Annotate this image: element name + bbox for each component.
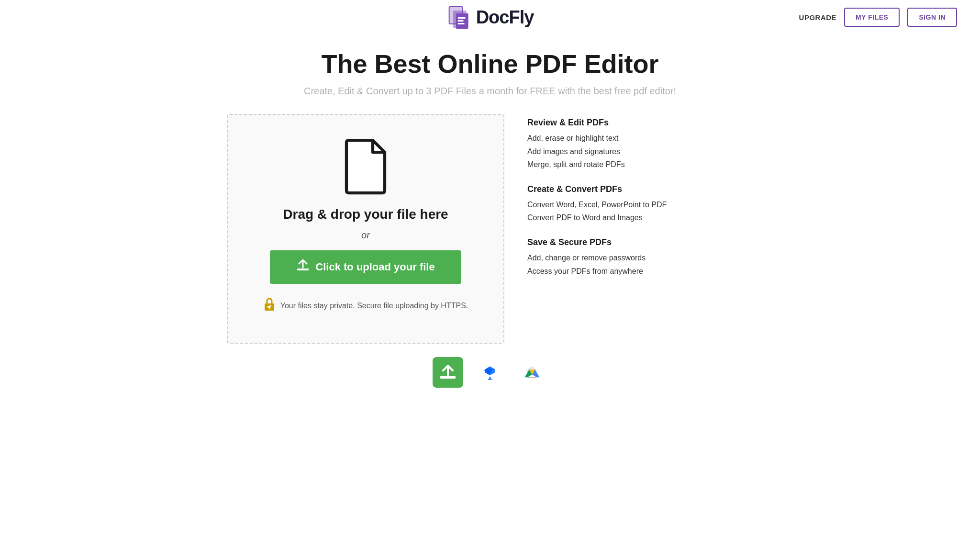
features-panel: Review & Edit PDFs Add, erase or highlig… bbox=[527, 114, 753, 291]
lock-icon bbox=[263, 297, 276, 314]
upload-box[interactable]: Drag & drop your file here or Click to u… bbox=[227, 114, 504, 344]
main-content: The Best Online PDF Editor Create, Edit … bbox=[0, 34, 980, 407]
logo: DocFly bbox=[446, 5, 534, 30]
svg-rect-6 bbox=[458, 23, 465, 24]
feature-title-secure: Save & Secure PDFs bbox=[527, 237, 753, 247]
logo-text: DocFly bbox=[476, 7, 534, 28]
google-drive-icon bbox=[523, 364, 541, 381]
feature-item-2-1: Access your PDFs from anywhere bbox=[527, 265, 753, 278]
header-nav: UPGRADE MY FILES SIGN IN bbox=[799, 8, 957, 27]
bottom-icons bbox=[23, 357, 957, 388]
page-subtitle: Create, Edit & Convert up to 3 PDF Files… bbox=[23, 86, 957, 97]
upgrade-link[interactable]: UPGRADE bbox=[799, 13, 837, 22]
page-title: The Best Online PDF Editor bbox=[23, 50, 957, 78]
dropbox-icon bbox=[481, 364, 499, 381]
feature-title-review: Review & Edit PDFs bbox=[527, 118, 753, 128]
feature-section-convert: Create & Convert PDFs Convert Word, Exce… bbox=[527, 184, 753, 224]
drag-drop-text: Drag & drop your file here bbox=[283, 207, 448, 222]
or-text: or bbox=[361, 230, 370, 241]
feature-item-0-2: Merge, split and rotate PDFs bbox=[527, 158, 753, 171]
upload-computer-button[interactable] bbox=[433, 357, 463, 388]
secure-text-row: Your files stay private. Secure file upl… bbox=[263, 297, 468, 314]
svg-rect-5 bbox=[458, 20, 464, 22]
feature-item-1-0: Convert Word, Excel, PowerPoint to PDF bbox=[527, 198, 753, 211]
google-drive-button[interactable] bbox=[517, 357, 547, 388]
feature-item-1-1: Convert PDF to Word and Images bbox=[527, 211, 753, 224]
feature-section-secure: Save & Secure PDFs Add, change or remove… bbox=[527, 237, 753, 277]
file-document-icon bbox=[342, 138, 390, 195]
feature-item-0-0: Add, erase or highlight text bbox=[527, 132, 753, 145]
upload-button-label: Click to upload your file bbox=[315, 261, 434, 273]
my-files-button[interactable]: MY FILES bbox=[844, 8, 900, 27]
svg-rect-7 bbox=[297, 269, 309, 270]
svg-rect-4 bbox=[458, 17, 466, 19]
upload-computer-icon bbox=[439, 364, 457, 381]
logo-icon bbox=[446, 5, 471, 30]
content-row: Drag & drop your file here or Click to u… bbox=[227, 114, 753, 344]
feature-section-review: Review & Edit PDFs Add, erase or highlig… bbox=[527, 118, 753, 171]
dropbox-button[interactable] bbox=[475, 357, 505, 388]
feature-item-0-1: Add images and signatures bbox=[527, 145, 753, 158]
svg-rect-11 bbox=[440, 376, 456, 379]
upload-arrow-icon bbox=[296, 259, 310, 275]
feature-item-2-0: Add, change or remove passwords bbox=[527, 251, 753, 264]
secure-message: Your files stay private. Secure file upl… bbox=[280, 302, 468, 310]
sign-in-button[interactable]: SIGN IN bbox=[907, 8, 957, 27]
feature-title-convert: Create & Convert PDFs bbox=[527, 184, 753, 194]
upload-button[interactable]: Click to upload your file bbox=[270, 250, 461, 284]
